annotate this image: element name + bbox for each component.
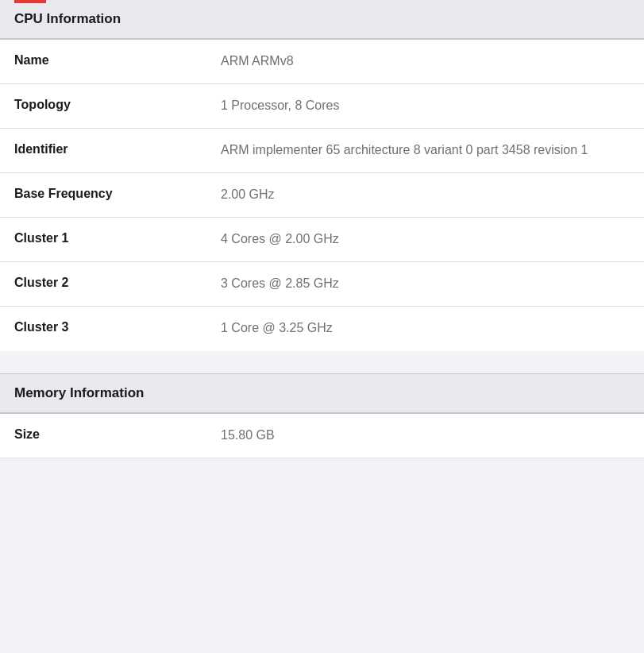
row-label: Topology: [14, 97, 221, 112]
red-accent-bar: [14, 0, 46, 3]
cpu-info-table: NameARM ARMv8Topology1 Processor, 8 Core…: [0, 39, 644, 351]
memory-info-table: Size15.80 GB: [0, 413, 644, 458]
table-row: Topology1 Processor, 8 Cores: [0, 84, 644, 129]
memory-section-header: Memory Information: [0, 373, 644, 413]
table-row: Cluster 23 Cores @ 2.85 GHz: [0, 262, 644, 307]
table-row: IdentifierARM implementer 65 architectur…: [0, 129, 644, 173]
memory-section: Memory Information Size15.80 GB: [0, 373, 644, 458]
table-row: Size15.80 GB: [0, 414, 644, 458]
row-label: Base Frequency: [14, 186, 221, 201]
row-label: Cluster 1: [14, 230, 221, 245]
row-label: Cluster 2: [14, 275, 221, 290]
row-label: Cluster 3: [14, 319, 221, 334]
cpu-section-header: CPU Information: [0, 0, 644, 39]
table-row: NameARM ARMv8: [0, 40, 644, 84]
row-value: 15.80 GB: [221, 427, 630, 444]
row-value: 1 Core @ 3.25 GHz: [221, 319, 630, 337]
table-row: Cluster 14 Cores @ 2.00 GHz: [0, 218, 644, 262]
row-label: Size: [14, 427, 221, 442]
memory-section-title: Memory Information: [14, 385, 144, 400]
row-value: 4 Cores @ 2.00 GHz: [221, 230, 630, 248]
row-value: ARM implementer 65 architecture 8 varian…: [221, 141, 630, 159]
row-value: 3 Cores @ 2.85 GHz: [221, 275, 630, 292]
row-label: Identifier: [14, 141, 221, 156]
row-label: Name: [14, 52, 221, 68]
table-row: Base Frequency2.00 GHz: [0, 173, 644, 218]
row-value: 1 Processor, 8 Cores: [221, 97, 630, 114]
cpu-section: CPU Information NameARM ARMv8Topology1 P…: [0, 0, 644, 351]
section-gap: [0, 351, 644, 373]
row-value: ARM ARMv8: [221, 52, 630, 70]
table-row: Cluster 31 Core @ 3.25 GHz: [0, 307, 644, 351]
row-value: 2.00 GHz: [221, 186, 630, 203]
cpu-section-title: CPU Information: [14, 11, 121, 26]
